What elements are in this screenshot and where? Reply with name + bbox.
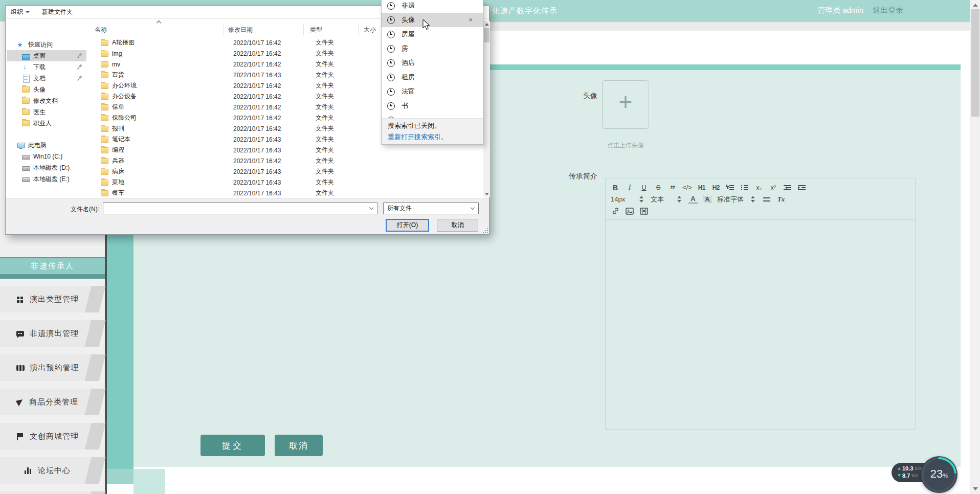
search-history-item[interactable]: 法官 [382,84,483,99]
open-button[interactable]: 打开(O) [386,219,429,232]
search-history-item[interactable]: 房屋 [382,27,483,41]
bold-button[interactable]: B [611,184,620,192]
nav-item-label: 桌面 [33,52,46,60]
italic-button[interactable]: I [625,184,634,192]
dialog-nav-item[interactable]: Win10 (C:) [7,151,86,162]
mouse-cursor [422,19,431,31]
underline-button[interactable]: U [639,184,649,191]
file-list-scrollbar[interactable] [483,21,490,197]
filename-dropdown-icon[interactable] [366,203,376,214]
font-family-select[interactable]: 标准字体 [717,195,749,204]
page-scrollbar[interactable] [970,0,980,494]
font-size-stepper-icon[interactable] [639,196,643,203]
pin-icon [77,64,82,70]
filename-input[interactable] [103,203,377,214]
page-scroll-down-icon[interactable] [970,485,980,493]
sidebar-menu-item[interactable]: 演出类型管理 [0,286,95,312]
remove-history-icon[interactable]: × [469,16,473,24]
search-history-item[interactable]: 书 [382,99,483,113]
file-row[interactable]: 兵器 2022/10/17 16:42 文件夹 [87,155,488,166]
sidebar-menu-item[interactable]: 商品分类管理 [0,389,95,415]
outdent-icon [784,185,791,191]
file-date: 2022/10/17 16:42 [224,93,304,100]
search-history-item[interactable]: 头像 × [382,13,483,27]
new-folder-button[interactable]: 新建文件夹 [42,8,73,16]
ordered-list-button[interactable] [726,185,735,191]
line-height-button[interactable] [762,197,771,202]
sidebar-item-active[interactable]: 非遗传承人 [0,257,105,274]
search-history-item[interactable]: 酒店 [382,56,483,70]
file-row[interactable]: 菜地 2022/10/17 16:43 文件夹 [87,177,488,188]
highlight-color-button[interactable]: A [703,196,712,203]
page-scroll-up-icon[interactable] [970,1,980,9]
dialog-nav-item[interactable]: 此电脑 [7,140,86,151]
file-row[interactable]: 编程 2022/10/17 16:43 文件夹 [87,145,488,155]
text-style-select[interactable]: 文本 [651,195,675,204]
dialog-nav-item[interactable]: 本地磁盘 (D:) [7,162,86,173]
insert-link-button[interactable] [611,207,620,215]
font-family-stepper-icon[interactable] [751,196,755,203]
sidebar-menu-item[interactable]: 论坛中心 [0,457,95,484]
bullet-list-button[interactable] [740,185,749,191]
column-header-type[interactable]: 类型 [304,24,359,35]
dialog-cancel-button[interactable]: 取消 [437,219,478,232]
organize-menu-button[interactable]: 组织 [11,8,30,16]
avatar-upload-box[interactable]: + [602,80,649,129]
scroll-up-icon[interactable] [483,21,490,28]
blockquote-button[interactable]: ” [668,187,677,192]
dialog-nav-item[interactable]: 快速访问 [7,39,86,50]
indent-button[interactable] [797,185,807,191]
dialog-nav-item[interactable]: 头像 [7,84,86,95]
reopen-index-link[interactable]: 重新打开搜索索引。 [388,132,483,142]
scrollbar-thumb[interactable] [484,28,489,42]
sidebar-menu-item[interactable]: 文创商城管理 [0,423,95,450]
subscript-button[interactable]: x₂ [754,184,764,191]
editor-content-area[interactable] [606,220,915,432]
download-unit: K/s [911,473,918,478]
dialog-nav-item[interactable]: 本地磁盘 (E:) [7,173,86,185]
text-style-stepper-icon[interactable] [677,196,681,203]
search-history-item[interactable]: 房 [382,41,483,56]
insert-video-button[interactable] [639,208,649,215]
dialog-nav-item[interactable]: 医生 [7,106,86,118]
file-type: 文件夹 [304,60,359,69]
outdent-button[interactable] [783,185,792,191]
search-history-item[interactable]: 租房 [382,70,483,84]
heading1-button[interactable]: H1 [697,184,706,191]
logout-link[interactable]: 退出登录 [873,6,903,15]
code-button[interactable]: </> [682,184,692,191]
column-header-name[interactable]: 名称 [87,24,224,35]
file-type-select[interactable]: 所有文件 [383,203,479,214]
sidebar-menu-item[interactable]: 非遗演出管理 [0,320,95,347]
sidebar-menu-item[interactable]: 系统管理 [0,491,95,494]
submit-button[interactable]: 提交 [201,435,265,456]
column-header-date[interactable]: 修改日期 [224,24,304,35]
folder-icon [101,158,108,164]
file-row[interactable]: 餐车 2022/10/17 16:43 文件夹 [87,188,488,198]
heading2-button[interactable]: H2 [711,184,721,191]
sidebar-item-label: 非遗演出管理 [30,329,79,339]
search-history-item[interactable]: 非遗 [382,0,483,13]
superscript-button[interactable]: x² [769,184,778,191]
sidebar-menu-item[interactable]: 演出预约管理 [0,354,95,381]
scroll-down-icon[interactable] [483,191,490,197]
clear-format-button[interactable]: Tx [776,195,786,204]
insert-image-button[interactable] [625,208,634,215]
font-color-button[interactable]: A [688,195,698,204]
form-cancel-button[interactable]: 取消 [275,435,323,456]
nav-item-label: 快速访问 [28,40,53,49]
dialog-nav-item[interactable]: 修改文档 [7,95,86,106]
usage-percent-gauge[interactable]: 23% [921,456,957,493]
file-row[interactable]: 病床 2022/10/17 16:43 文件夹 [87,166,488,177]
strikethrough-button[interactable]: S [654,184,663,191]
file-date: 2022/10/17 16:42 [224,158,304,165]
resize-grip[interactable] [482,228,488,233]
decor-block-1 [107,469,133,484]
dialog-nav-item[interactable]: 桌面 [7,50,86,61]
dialog-nav-item[interactable]: 下载 [7,61,86,73]
dialog-nav-item[interactable]: 文档 [7,73,86,84]
font-size-select[interactable]: 14px [611,195,637,203]
page-scrollbar-thumb[interactable] [971,9,979,117]
dialog-nav-item[interactable]: 职业人 [7,118,86,129]
folder-icon [101,72,108,78]
